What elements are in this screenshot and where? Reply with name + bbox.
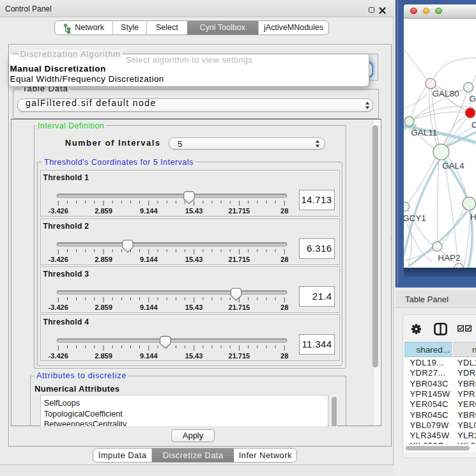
svg-text:9.144: 9.144: [140, 303, 158, 311]
svg-text:21.715: 21.715: [229, 352, 250, 360]
svg-text:-3.426: -3.426: [49, 352, 68, 360]
svg-text:2.859: 2.859: [95, 352, 112, 360]
svg-text:GAL11: GAL11: [411, 127, 437, 137]
svg-text:HAP2: HAP2: [438, 253, 460, 263]
svg-text:9.144: 9.144: [140, 352, 158, 360]
svg-text:15.43: 15.43: [185, 207, 203, 215]
svg-text:28: 28: [280, 207, 288, 215]
svg-text:2.859: 2.859: [95, 303, 112, 311]
svg-text:15.43: 15.43: [185, 352, 203, 360]
svg-text:21.715: 21.715: [229, 303, 250, 311]
svg-text:28: 28: [280, 303, 288, 311]
svg-text:21.715: 21.715: [229, 207, 250, 215]
svg-text:2.859: 2.859: [95, 256, 112, 263]
svg-text:9.144: 9.144: [140, 207, 158, 215]
svg-text:2.859: 2.859: [95, 207, 112, 215]
svg-text:-3.426: -3.426: [49, 207, 68, 215]
svg-text:GCY1: GCY1: [404, 213, 426, 223]
svg-text:28: 28: [280, 256, 288, 263]
svg-text:-3.426: -3.426: [49, 256, 68, 263]
svg-text:9.144: 9.144: [140, 256, 158, 263]
svg-text:-3.426: -3.426: [49, 303, 68, 311]
svg-text:21.715: 21.715: [229, 256, 250, 263]
svg-text:GAL80: GAL80: [433, 89, 459, 98]
svg-text:15.43: 15.43: [185, 303, 203, 311]
svg-text:GA: GA: [470, 93, 476, 103]
svg-text:15.43: 15.43: [185, 256, 203, 263]
svg-text:28: 28: [280, 352, 288, 360]
svg-text:HI: HI: [470, 212, 476, 222]
svg-text:CL: CL: [472, 119, 476, 129]
svg-text:GAL4: GAL4: [442, 161, 464, 171]
